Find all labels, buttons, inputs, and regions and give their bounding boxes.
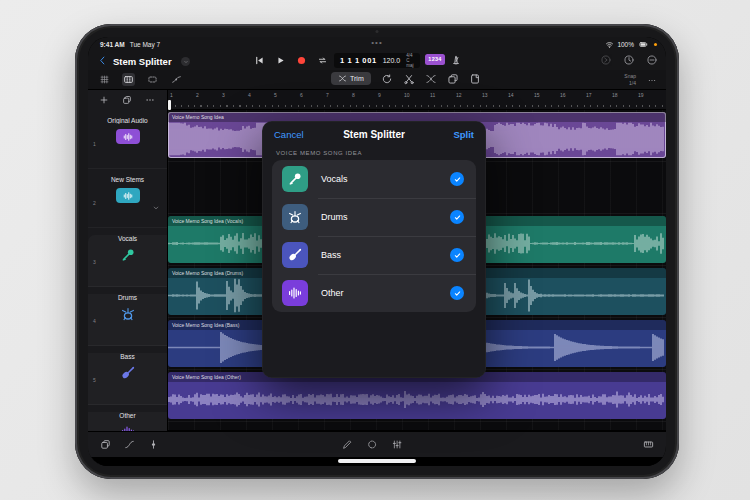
bottom-center-icons [342, 439, 403, 450]
checkmark-icon[interactable] [450, 248, 464, 262]
checkmark-icon[interactable] [450, 210, 464, 224]
loop-button[interactable] [381, 73, 393, 85]
status-time-date: 9:41 AMTue May 7 [100, 41, 160, 48]
ruler-bar-number: 12 [456, 92, 462, 98]
ruler-bar-number: 7 [326, 92, 329, 98]
trim-tool-button[interactable]: Trim [331, 72, 371, 85]
track-name: New Stems [88, 176, 167, 183]
browser-button[interactable] [98, 73, 111, 86]
play-button[interactable] [275, 55, 286, 66]
record-button[interactable] [296, 55, 307, 66]
dialog-title: Stem Splitter [262, 129, 486, 140]
marquee-tool-button[interactable] [146, 73, 159, 86]
bar-ruler[interactable]: 12345678910111213141516171819 [168, 90, 666, 110]
stem-row-other[interactable]: Other [272, 274, 476, 312]
stack-collapse-icon[interactable] [152, 204, 160, 212]
back-icon[interactable] [97, 55, 108, 66]
track-options-button[interactable] [145, 95, 155, 105]
track-name: Drums [88, 294, 167, 301]
original-audio-waveform-icon [116, 129, 140, 144]
track-header-new-stems[interactable]: 2New Stems [88, 176, 167, 228]
split-button[interactable] [403, 73, 415, 85]
mixer-button[interactable] [392, 439, 403, 450]
bottom-right-icons [643, 439, 654, 450]
playhead-marker[interactable] [168, 100, 171, 110]
snap-setting[interactable]: Snap 1/4 [624, 73, 636, 86]
add-track-button[interactable] [99, 95, 109, 105]
ruler-bar-number: 3 [222, 92, 225, 98]
trim-label: Trim [350, 75, 364, 82]
audio-region-voice-memo-song-idea-other[interactable]: Voice Memo Song Idea (Other) [168, 372, 666, 419]
paste-button[interactable] [469, 73, 481, 85]
track-name: Bass [88, 353, 167, 360]
ruler-bar-number: 18 [612, 92, 618, 98]
ruler-bar-number: 11 [430, 92, 435, 98]
track-header-bass[interactable]: 5Bass [88, 353, 167, 405]
ruler-bar-number: 2 [196, 92, 199, 98]
stem-row-vocals[interactable]: Vocals [272, 160, 476, 198]
track-list: 1Original Audio2New Stems3Vocals4Drums5B… [88, 110, 167, 464]
check-glyph [453, 175, 462, 184]
copy-button[interactable] [447, 73, 459, 85]
redo-button[interactable] [600, 54, 612, 66]
fade-button[interactable] [425, 73, 437, 85]
drums-icon [120, 306, 136, 322]
bass-glyph [287, 247, 303, 263]
track-header-vocals[interactable]: 3Vocals [88, 235, 167, 287]
bass-icon [282, 242, 308, 268]
ruler-bar-number: 13 [482, 92, 488, 98]
select-tool-button[interactable] [367, 439, 378, 450]
drums-icon [282, 204, 308, 230]
recents-button[interactable] [623, 54, 635, 66]
waveform-icon [122, 131, 134, 143]
drums-glyph [287, 209, 303, 225]
regions-view-button[interactable] [100, 439, 111, 450]
battery-icon [637, 40, 650, 49]
check-glyph [453, 251, 462, 260]
stem-row-bass[interactable]: Bass [272, 236, 476, 274]
ruler-bar-number: 8 [352, 92, 355, 98]
mic-icon [120, 247, 136, 263]
mic-in-use-indicator [654, 43, 657, 46]
track-header-original-audio[interactable]: 1Original Audio [88, 117, 167, 169]
stem-row-drums[interactable]: Drums [272, 198, 476, 236]
track-header-drums[interactable]: 4Drums [88, 294, 167, 346]
track-number: 4 [93, 318, 96, 324]
hide-controls-button[interactable] [646, 54, 658, 66]
lcd-display[interactable]: 1 1 1 001 120.0 4/4 C maj [334, 53, 420, 68]
track-number: 5 [93, 377, 96, 383]
transport-controls [254, 55, 328, 66]
ruler-bar-number: 4 [248, 92, 251, 98]
track-icon-area [88, 246, 167, 263]
automation-button[interactable] [170, 73, 183, 86]
ipad-screen: 9:41 AMTue May 7 ••• 100% Stem Splitter … [88, 37, 666, 466]
page-background: 9:41 AMTue May 7 ••• 100% Stem Splitter … [0, 0, 750, 500]
ipad-device-frame: 9:41 AMTue May 7 ••• 100% Stem Splitter … [75, 24, 679, 479]
ruler-bar-number: 15 [534, 92, 540, 98]
checkmark-icon[interactable] [450, 172, 464, 186]
home-indicator[interactable] [338, 459, 416, 463]
pencil-tool-button[interactable] [342, 439, 353, 450]
split-button[interactable]: Split [453, 129, 474, 140]
more-options-icon[interactable] [646, 76, 658, 85]
bottom-left-icons [100, 439, 159, 450]
cycle-button[interactable] [317, 55, 328, 66]
editor-button[interactable] [122, 73, 135, 86]
go-to-beginning-button[interactable] [254, 55, 265, 66]
checkmark-icon[interactable] [450, 286, 464, 300]
fader-view-button[interactable] [148, 439, 159, 450]
check-glyph [453, 213, 462, 222]
metronome-icon[interactable] [450, 54, 462, 66]
automation-curve-button[interactable] [124, 439, 135, 450]
stem-list: VocalsDrumsBassOther [272, 160, 476, 312]
status-time: 9:41 AM [100, 41, 125, 48]
waveform-glyph [287, 285, 303, 301]
count-in-button[interactable]: 1234 [425, 54, 445, 65]
topbar-right-controls [600, 54, 658, 66]
multitask-dots[interactable]: ••• [371, 38, 382, 47]
project-menu-button[interactable] [181, 57, 190, 66]
duplicate-track-button[interactable] [122, 95, 132, 105]
stem-label: Vocals [321, 174, 348, 184]
waveform-icon [122, 190, 134, 202]
keyboard-button[interactable] [643, 439, 654, 450]
